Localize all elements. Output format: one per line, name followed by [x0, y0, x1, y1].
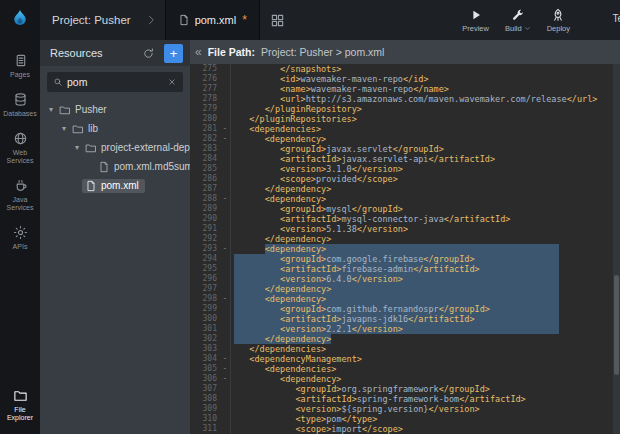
- line-number: 304: [190, 354, 220, 364]
- code-line[interactable]: 310 <type>pom</type>: [190, 414, 620, 424]
- code-line[interactable]: 288- <dependency>: [190, 194, 620, 204]
- code-line[interactable]: 276 <id>wavemaker-maven-repo</id>: [190, 74, 620, 84]
- editor-scrollbar[interactable]: [613, 64, 620, 434]
- tree-item-project-external-depen[interactable]: ▾project-external-depen: [40, 138, 190, 157]
- code-line[interactable]: 295 <artifactId>firebase-admin</artifact…: [190, 264, 620, 274]
- code-line[interactable]: 278 <url>http://s3.amazonaws.com/maven.w…: [190, 94, 620, 104]
- fold-spacer: [220, 174, 231, 184]
- code-line[interactable]: 286 <scope>provided</scope>: [190, 174, 620, 184]
- code-line[interactable]: 287 </dependency>: [190, 184, 620, 194]
- code-line[interactable]: 308 <artifactId>spring-framework-bom</ar…: [190, 394, 620, 404]
- web-services-icon: [13, 131, 28, 146]
- code-line[interactable]: 309 <version>${spring.version}</version>: [190, 404, 620, 414]
- scrollbar-thumb[interactable]: [614, 275, 619, 375]
- code-line[interactable]: 277 <name>wavemaker-maven-repo</name>: [190, 84, 620, 94]
- fold-toggle-icon[interactable]: -: [220, 134, 231, 144]
- fold-toggle-icon[interactable]: -: [220, 244, 231, 254]
- code-line[interactable]: 306- <dependency>: [190, 374, 620, 384]
- sidebar-item-java-services[interactable]: Java Services: [0, 171, 40, 218]
- sidebar-item-pages[interactable]: Pages: [0, 46, 40, 85]
- collapse-panel-icon[interactable]: «: [195, 46, 202, 58]
- caret-down-icon[interactable]: ▾: [59, 124, 69, 133]
- deploy-button[interactable]: Deploy: [547, 8, 570, 33]
- code-line[interactable]: 279 </pluginRepository>: [190, 104, 620, 114]
- sidebar-item-file-explorer[interactable]: File Explorer: [0, 381, 40, 428]
- sidebar-item-web-services[interactable]: Web Services: [0, 124, 40, 171]
- resources-panel: Resources + ▾Pusher▾lib▾project-external…: [40, 40, 190, 434]
- fold-spacer: [220, 94, 231, 104]
- code-text: <dependencies>: [231, 124, 620, 134]
- action-label-row: Preview: [462, 24, 489, 33]
- search-input[interactable]: [67, 76, 163, 88]
- pages-icon: [13, 53, 28, 68]
- code-line[interactable]: 292 </dependency>: [190, 234, 620, 244]
- code-line[interactable]: 300 <artifactId>javapns-jdk16</artifactI…: [190, 314, 620, 324]
- code-line[interactable]: 280 </pluginRepositories>: [190, 114, 620, 124]
- line-number: 281: [190, 124, 220, 134]
- line-number: 290: [190, 214, 220, 224]
- code-line[interactable]: 302 </dependency>: [190, 334, 620, 344]
- clear-search-icon[interactable]: [167, 77, 177, 87]
- add-resource-button[interactable]: +: [164, 44, 183, 63]
- left-nav-items: PagesDatabasesWeb ServicesJava ServicesA…: [0, 46, 40, 257]
- code-line[interactable]: 298- <dependency>: [190, 294, 620, 304]
- code-text: <groupId>javax.servlet</groupId>: [231, 144, 620, 154]
- fold-spacer: [220, 214, 231, 224]
- code-line[interactable]: 293- <dependency>: [190, 244, 620, 254]
- tree-item-pom-xml[interactable]: pom.xml: [40, 176, 190, 195]
- app-window: PagesDatabasesWeb ServicesJava ServicesA…: [0, 0, 620, 434]
- fold-toggle-icon[interactable]: -: [220, 194, 231, 204]
- fold-toggle-icon[interactable]: -: [220, 364, 231, 374]
- sidebar-item-databases[interactable]: Databases: [0, 85, 40, 124]
- code-text: <artifactId>spring-framework-bom</artifa…: [231, 394, 620, 404]
- tab-pom-xml[interactable]: pom.xml *: [165, 0, 260, 40]
- sidebar-item-apis[interactable]: APIs: [0, 218, 40, 257]
- code-line[interactable]: 281- <dependencies>: [190, 124, 620, 134]
- code-line[interactable]: 275 </snapshots>: [190, 64, 620, 74]
- tree-item-label: pom.xml.md5sum: [114, 161, 190, 172]
- fold-spacer: [220, 184, 231, 194]
- code-line[interactable]: 297 </dependency>: [190, 284, 620, 294]
- build-tools-icon: [511, 8, 525, 22]
- code-line[interactable]: 294 <groupId>com.google.firebase</groupI…: [190, 254, 620, 264]
- code-line[interactable]: 301 <version>2.2.1</version>: [190, 324, 620, 334]
- tree-item-pusher[interactable]: ▾Pusher: [40, 100, 190, 119]
- fold-toggle-icon[interactable]: -: [220, 354, 231, 364]
- code-line[interactable]: 284 <artifactId>javax.servlet-api</artif…: [190, 154, 620, 164]
- fold-spacer: [220, 144, 231, 154]
- tree-item-lib[interactable]: ▾lib: [40, 119, 190, 138]
- tree-item-pom-xml-md5sum[interactable]: pom.xml.md5sum: [40, 157, 190, 176]
- selected-text: <groupId>com.github.fernandospr</groupId…: [234, 304, 559, 314]
- refresh-icon[interactable]: [142, 47, 155, 60]
- code-line[interactable]: 303 </dependencies>: [190, 344, 620, 354]
- code-line[interactable]: 282- <dependency>: [190, 134, 620, 144]
- caret-down-icon[interactable]: ▾: [46, 105, 56, 114]
- code-line[interactable]: 291 <version>5.1.38</version>: [190, 224, 620, 234]
- build-button[interactable]: Build: [505, 8, 531, 33]
- caret-down-icon[interactable]: ▾: [72, 143, 82, 152]
- wavemaker-logo-icon[interactable]: [0, 0, 40, 40]
- code-line[interactable]: 311 <scope>import</scope>: [190, 424, 620, 434]
- fold-toggle-icon[interactable]: -: [220, 374, 231, 384]
- code-line[interactable]: 289 <groupId>mysql</groupId>: [190, 204, 620, 214]
- code-text: <dependency>: [231, 244, 620, 254]
- fold-toggle-icon[interactable]: -: [220, 124, 231, 134]
- line-number: 287: [190, 184, 220, 194]
- fold-toggle-icon[interactable]: -: [220, 294, 231, 304]
- api-icon: [13, 225, 28, 240]
- code-line[interactable]: 305- <dependencies>: [190, 364, 620, 374]
- fold-spacer: [220, 274, 231, 284]
- code-line[interactable]: 307 <groupId>org.springframework</groupI…: [190, 384, 620, 394]
- code-line[interactable]: 285 <version>3.1.0</version>: [190, 164, 620, 174]
- code-line[interactable]: 290 <artifactId>mysql-connector-java</ar…: [190, 214, 620, 224]
- code-line[interactable]: 304- <dependencyManagement>: [190, 354, 620, 364]
- code-line[interactable]: 299 <groupId>com.github.fernandospr</gro…: [190, 304, 620, 314]
- line-number: 275: [190, 64, 220, 74]
- grid-view-icon[interactable]: [270, 13, 285, 28]
- preview-button[interactable]: Preview: [462, 8, 489, 33]
- partial-right-label[interactable]: Te: [612, 13, 620, 24]
- code-editor[interactable]: 275 </snapshots>276 <id>wavemaker-maven-…: [190, 64, 620, 434]
- code-line[interactable]: 283 <groupId>javax.servlet</groupId>: [190, 144, 620, 154]
- code-line[interactable]: 296 <version>6.4.0</version>: [190, 274, 620, 284]
- code-text: </snapshots>: [231, 64, 620, 74]
